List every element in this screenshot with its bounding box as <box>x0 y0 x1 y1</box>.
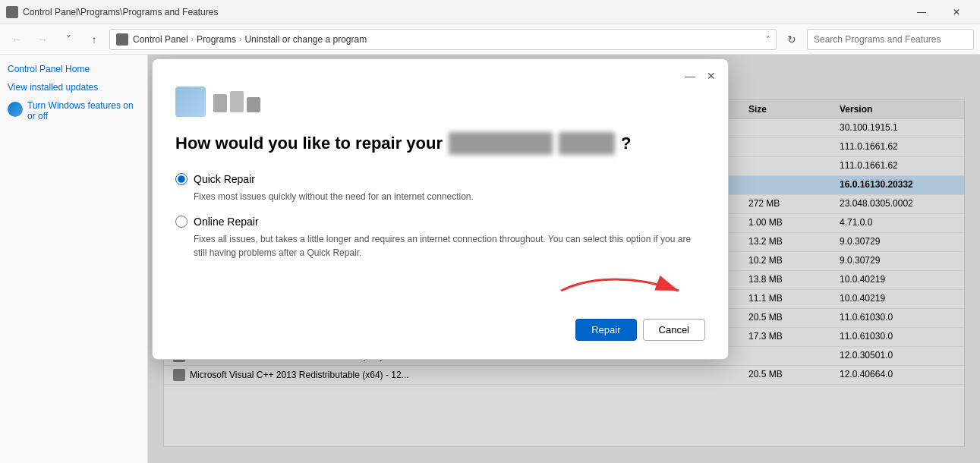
dialog-overlay: — ✕ How would you l <box>148 55 980 463</box>
forward-button[interactable]: → <box>32 29 53 50</box>
logo-bar-1 <box>213 94 227 112</box>
windows-features-icon <box>8 102 23 117</box>
arrow-indicator <box>546 272 698 310</box>
logo-bar-3 <box>247 97 260 112</box>
repair-dialog: — ✕ How would you l <box>152 58 729 360</box>
online-repair-description: Fixes all issues, but takes a little lon… <box>194 232 705 260</box>
sidebar-view-installed-updates[interactable]: View installed updates <box>8 82 140 93</box>
online-repair-radio[interactable] <box>175 216 187 228</box>
dialog-body: How would you like to repair your ██████… <box>153 87 728 359</box>
blurred-app-name-2: ████ <box>559 132 615 155</box>
minimize-button[interactable]: — <box>904 0 939 24</box>
content-area: Uninstall or change a program Name Size … <box>148 55 980 463</box>
refresh-button[interactable]: ↻ <box>781 29 802 50</box>
address-dropdown-icon[interactable]: ˅ <box>766 35 770 43</box>
sidebar-windows-features-link[interactable]: Turn Windows features on or off <box>27 100 140 121</box>
quick-repair-label[interactable]: Quick Repair <box>175 173 705 185</box>
breadcrumb: Control Panel › Programs › Uninstall or … <box>133 34 367 45</box>
dialog-question: How would you like to repair your ██████… <box>175 132 705 155</box>
question-prefix: How would you like to repair your <box>175 134 443 153</box>
dialog-close-button[interactable]: ✕ <box>701 65 722 87</box>
breadcrumb-programs[interactable]: Programs <box>197 34 236 45</box>
quick-repair-text: Quick Repair <box>194 173 255 185</box>
main-container: Control Panel Home View installed update… <box>0 55 980 463</box>
online-repair-option: Online Repair Fixes all issues, but take… <box>175 216 705 260</box>
app-logo-icon <box>175 87 206 117</box>
breadcrumb-icon <box>116 33 128 46</box>
up-button[interactable]: ↑ <box>84 29 105 50</box>
back-button[interactable]: ← <box>6 29 27 50</box>
chevron-right-icon: › <box>191 35 194 43</box>
app-logo-bars <box>213 91 260 112</box>
search-input[interactable] <box>807 29 974 50</box>
breadcrumb-programs-features: Uninstall or change a program <box>244 34 367 45</box>
sidebar-control-panel-home[interactable]: Control Panel Home <box>8 64 140 74</box>
repair-button[interactable]: Repair <box>575 319 636 341</box>
quick-repair-description: Fixes most issues quickly without the ne… <box>194 190 705 203</box>
address-bar: ← → ˅ ↑ Control Panel › Programs › Unins… <box>0 24 980 55</box>
dropdown-button[interactable]: ˅ <box>58 29 79 50</box>
breadcrumb-control-panel[interactable]: Control Panel <box>133 34 188 45</box>
chevron-right-icon-2: › <box>239 35 241 43</box>
dialog-buttons: Repair Cancel <box>175 319 705 341</box>
window-icon <box>6 6 18 18</box>
sidebar: Control Panel Home View installed update… <box>0 55 148 463</box>
online-repair-label[interactable]: Online Repair <box>175 216 705 228</box>
arrow-container <box>175 272 705 310</box>
window-controls: — ✕ <box>904 0 974 24</box>
cancel-button[interactable]: Cancel <box>643 319 705 341</box>
blurred-app-name-1: ████████ <box>449 132 553 155</box>
dialog-titlebar: — ✕ <box>153 59 728 87</box>
app-logo-area <box>175 87 705 117</box>
sidebar-feature-item: Turn Windows features on or off <box>8 100 140 121</box>
dialog-minimize-button[interactable]: — <box>679 65 701 87</box>
title-bar: Control Panel\Programs\Programs and Feat… <box>0 0 980 24</box>
close-button[interactable]: ✕ <box>939 0 974 24</box>
quick-repair-radio[interactable] <box>175 173 187 185</box>
window-title: Control Panel\Programs\Programs and Feat… <box>23 7 904 17</box>
online-repair-text: Online Repair <box>194 216 259 228</box>
logo-bar-2 <box>230 91 244 112</box>
quick-repair-option: Quick Repair Fixes most issues quickly w… <box>175 173 705 203</box>
question-suffix: ? <box>621 134 631 153</box>
address-box[interactable]: Control Panel › Programs › Uninstall or … <box>109 29 777 50</box>
